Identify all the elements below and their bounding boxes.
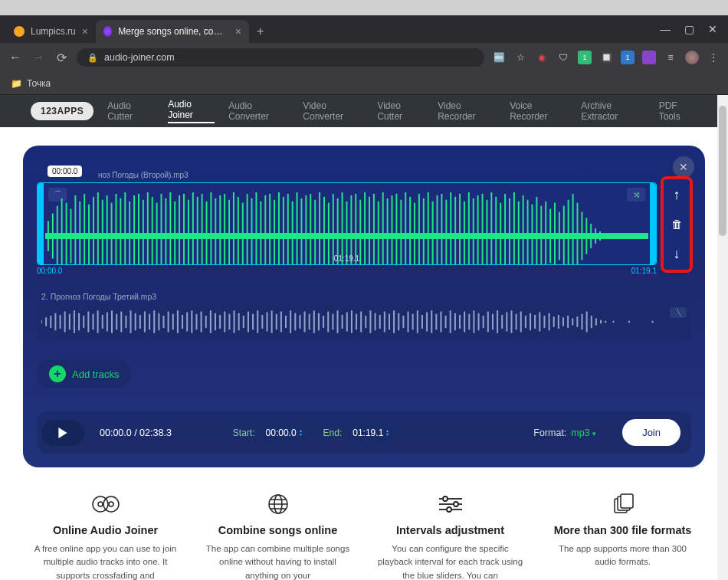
track-filename: 2. Прогноз Погоды Третий.mp3 xyxy=(37,292,691,301)
feature-title: Combine songs online xyxy=(203,524,353,536)
close-icon[interactable]: × xyxy=(82,25,88,38)
browser-tab[interactable]: Lumpics.ru × xyxy=(6,20,96,43)
spinner-icon[interactable]: ▴▾ xyxy=(300,429,302,437)
nav-audio-converter[interactable]: Audio Converter xyxy=(228,100,289,122)
feature-desc: A free online app you can use to join mu… xyxy=(31,542,180,580)
extension-icons: 🔤 ☆ ◉ 🛡 1 🔲 1 ≡ ⋮ xyxy=(492,51,720,64)
extension-icon[interactable] xyxy=(642,51,656,64)
feature-desc: You can configure the specific playback … xyxy=(375,542,525,580)
svg-point-255 xyxy=(98,502,103,506)
browser-tab[interactable]: Merge songs online, combine mp × xyxy=(96,20,249,43)
end-label: End: xyxy=(323,428,343,438)
scrollbar[interactable] xyxy=(717,95,728,580)
feature-card: Online Audio Joiner A free online app yo… xyxy=(31,490,180,580)
extension-icon[interactable]: ◉ xyxy=(535,51,549,64)
format-selector: Format: mp3 ▾ xyxy=(533,428,596,438)
track-duration-center: 01:19.1 xyxy=(334,254,359,263)
translate-icon[interactable]: 🔤 xyxy=(492,51,506,64)
join-button[interactable]: Join xyxy=(622,419,680,446)
track-side-controls: ↑ 🗑 ↓ xyxy=(661,176,693,273)
timeline-start: 00:00.0 xyxy=(37,267,62,275)
menu-icon[interactable]: ⋮ xyxy=(707,51,720,64)
nav-voice-recorder[interactable]: Voice Recorder xyxy=(510,100,567,122)
close-icon[interactable]: ✕ xyxy=(708,23,717,35)
timeline-end: 01:19.1 xyxy=(631,267,657,275)
svg-point-267 xyxy=(447,507,451,512)
folder-icon: 📁 xyxy=(11,78,22,89)
start-label: Start: xyxy=(233,428,255,438)
end-time-control: End: 01:19.1 ▴▾ xyxy=(323,423,395,443)
move-up-icon[interactable]: ↑ xyxy=(674,187,680,203)
trim-handle-right[interactable] xyxy=(650,183,656,264)
profile-avatar[interactable] xyxy=(685,51,699,64)
end-time-input[interactable]: 01:19.1 ▴▾ xyxy=(346,423,395,443)
svg-point-254 xyxy=(103,496,119,512)
maximize-icon[interactable]: ▢ xyxy=(684,23,694,35)
waveform-svg xyxy=(41,309,668,335)
scrollbar-thumb[interactable] xyxy=(719,106,726,236)
nav-pdf-tools[interactable]: PDF Tools xyxy=(659,100,697,122)
lock-icon: 🔒 xyxy=(87,53,98,63)
editor-panel: ✕ 00:00.0 ноз Погоды (Второй).mp3 ⌒ ⤭ xyxy=(23,146,705,467)
trim-handle-left[interactable] xyxy=(38,183,44,264)
star-icon[interactable]: ☆ xyxy=(513,51,527,64)
waveform-track-2[interactable]: ╲ xyxy=(37,304,691,339)
nav-audio-cutter[interactable]: Audio Cutter xyxy=(107,100,154,122)
favicon-icon xyxy=(14,26,25,37)
sliders-icon xyxy=(375,490,525,518)
forward-button[interactable]: → xyxy=(31,51,46,64)
favicon-icon xyxy=(103,26,112,37)
svg-point-263 xyxy=(443,496,448,501)
url-text: audio-joiner.com xyxy=(104,52,175,63)
svg-rect-270 xyxy=(621,494,633,508)
play-icon xyxy=(57,428,68,438)
delete-icon[interactable]: 🗑 xyxy=(671,218,683,231)
extension-icon[interactable]: 1 xyxy=(578,51,592,64)
add-tracks-label: Add tracks xyxy=(72,369,119,380)
extension-icon[interactable]: 🛡 xyxy=(556,51,570,64)
move-down-icon[interactable]: ↓ xyxy=(674,246,680,262)
nav-video-recorder[interactable]: Video Recorder xyxy=(438,100,496,122)
new-tab-button[interactable]: + xyxy=(249,20,271,43)
readinglist-icon[interactable]: ≡ xyxy=(664,51,677,64)
track-2: 2. Прогноз Погоды Третий.mp3 ╲ xyxy=(37,292,691,339)
extension-icon[interactable]: 🔲 xyxy=(599,51,613,64)
svg-point-265 xyxy=(454,502,458,506)
add-tracks-button[interactable]: + Add tracks xyxy=(37,359,131,388)
app-nav: 123APPS Audio Cutter Audio Joiner Audio … xyxy=(0,95,728,127)
browser-toolbar: ← → ⟳ 🔒 audio-joiner.com 🔤 ☆ ◉ 🛡 1 🔲 1 ≡… xyxy=(0,43,728,72)
files-icon xyxy=(548,490,697,518)
nav-archive-extractor[interactable]: Archive Extractor xyxy=(581,100,644,122)
feature-title: Intervals adjustment xyxy=(375,524,525,536)
feature-card: Intervals adjustment You can configure t… xyxy=(375,490,525,580)
timeline-labels: 00:00.0 01:19.1 xyxy=(37,265,691,275)
waveform-track-1[interactable]: ⌒ ⤭ 01:19.1 xyxy=(37,182,657,265)
tab-title: Lumpics.ru xyxy=(31,26,76,37)
nav-video-converter[interactable]: Video Converter xyxy=(303,100,363,122)
page-content: 123APPS Audio Cutter Audio Joiner Audio … xyxy=(0,95,728,580)
feature-card: Combine songs online The app can combine… xyxy=(203,490,353,580)
features-row: Online Audio Joiner A free online app yo… xyxy=(0,475,728,580)
close-button[interactable]: ✕ xyxy=(673,156,694,178)
fade-out-button[interactable]: ╲ xyxy=(670,307,687,318)
address-bar[interactable]: 🔒 audio-joiner.com xyxy=(77,48,484,67)
globe-icon xyxy=(203,490,353,518)
logo[interactable]: 123APPS xyxy=(31,102,93,120)
nav-audio-joiner[interactable]: Audio Joiner xyxy=(168,99,215,123)
chevron-down-icon: ▾ xyxy=(592,430,596,437)
close-icon[interactable]: × xyxy=(235,25,241,38)
back-button[interactable]: ← xyxy=(8,51,23,64)
track-1: 00:00.0 ноз Погоды (Второй).mp3 ⌒ ⤭ xyxy=(37,182,691,275)
browser-tabstrip: Lumpics.ru × Merge songs online, combine… xyxy=(0,15,728,43)
nav-video-cutter[interactable]: Video Cutter xyxy=(377,100,424,122)
bookmark-item[interactable]: Точка xyxy=(27,78,51,89)
start-time-input[interactable]: 00:00.0 ▴▾ xyxy=(260,423,308,443)
format-dropdown[interactable]: mp3 ▾ xyxy=(571,428,596,438)
play-button[interactable] xyxy=(41,420,84,446)
reload-button[interactable]: ⟳ xyxy=(54,51,69,65)
spinner-icon[interactable]: ▴▾ xyxy=(386,429,389,437)
track-filename: ноз Погоды (Второй).mp3 xyxy=(98,171,189,179)
minimize-icon[interactable]: — xyxy=(660,23,671,35)
extension-icon[interactable]: 1 xyxy=(621,51,635,64)
audio-joiner-icon xyxy=(31,490,180,518)
